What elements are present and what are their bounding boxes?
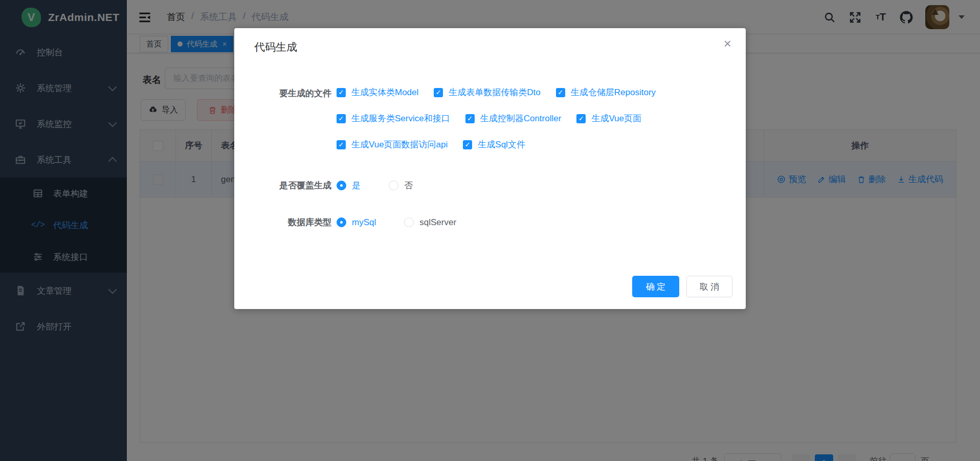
checked-checkbox-icon: ✓ <box>337 88 346 97</box>
overwrite-label: 是否覆盖生成 <box>234 177 331 194</box>
radio-overwrite-no[interactable]: 否 <box>389 180 413 191</box>
db-type-label: 数据库类型 <box>234 214 331 231</box>
checkbox-vue-page[interactable]: ✓ 生成Vue页面 <box>576 110 641 127</box>
checkbox-repository[interactable]: ✓ 生成仓储层Repository <box>556 84 656 101</box>
radio-unselected-icon <box>404 217 414 227</box>
radio-selected-icon <box>337 217 346 227</box>
radio-unselected-icon <box>389 181 398 190</box>
checked-checkbox-icon: ✓ <box>556 88 565 97</box>
checked-checkbox-icon: ✓ <box>337 140 346 149</box>
dialog-title: 代码生成 <box>254 40 297 54</box>
app-window: V ZrAdmin.NET 控制台 系统管理 系统监控 <box>0 0 980 461</box>
checked-checkbox-icon: ✓ <box>337 114 346 123</box>
checkbox-vue-api[interactable]: ✓ 生成Vue页面数据访问api <box>337 136 448 153</box>
checkbox-service[interactable]: ✓ 生成服务类Service和接口 <box>337 110 450 127</box>
code-generation-dialog: 代码生成 × 要生成的文件 ✓ 生成实体类Model ✓ 生成表单数据传输类Dt… <box>234 28 746 309</box>
radio-selected-icon <box>337 181 346 190</box>
close-icon[interactable]: × <box>724 37 731 50</box>
db-type-radio-group: mySql sqlServer <box>337 214 484 231</box>
checkbox-model[interactable]: ✓ 生成实体类Model <box>337 84 418 101</box>
checked-checkbox-icon: ✓ <box>434 88 443 97</box>
radio-sqlserver[interactable]: sqlServer <box>404 217 456 228</box>
checked-checkbox-icon: ✓ <box>465 114 475 123</box>
radio-mysql[interactable]: mySql <box>337 217 376 228</box>
checkbox-dto[interactable]: ✓ 生成表单数据传输类Dto <box>434 84 540 101</box>
checkbox-sql-file[interactable]: ✓ 生成Sql文件 <box>463 136 525 153</box>
checkbox-controller[interactable]: ✓ 生成控制器Controller <box>465 110 562 127</box>
checked-checkbox-icon: ✓ <box>463 140 472 149</box>
cancel-button[interactable]: 取 消 <box>686 276 732 297</box>
generate-files-checkbox-group: ✓ 生成实体类Model ✓ 生成表单数据传输类Dto ✓ 生成仓储层Repos… <box>337 84 695 153</box>
fields-label: 要生成的文件 <box>234 85 331 102</box>
checked-checkbox-icon: ✓ <box>576 114 586 123</box>
confirm-button[interactable]: 确 定 <box>632 276 679 297</box>
overwrite-radio-group: 是 否 <box>337 177 441 194</box>
radio-overwrite-yes[interactable]: 是 <box>337 180 361 191</box>
